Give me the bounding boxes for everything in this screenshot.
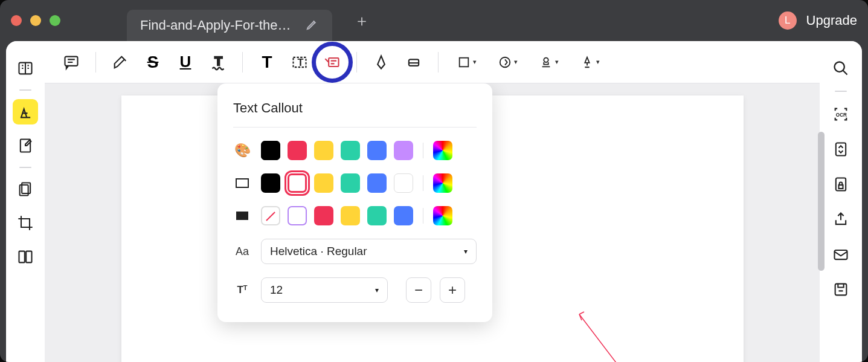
comment-tool[interactable] <box>57 48 86 77</box>
text-color-row: 🎨 <box>233 141 477 160</box>
left-sidebar <box>6 41 45 362</box>
svg-rect-12 <box>460 57 469 66</box>
arrow-tool[interactable]: ▾ <box>489 48 527 77</box>
edit-page-button[interactable] <box>13 133 38 158</box>
custom-color-swatch[interactable] <box>433 206 452 225</box>
font-icon: Aa <box>233 245 251 258</box>
crop-button[interactable] <box>13 210 38 236</box>
eraser-tool[interactable] <box>399 48 428 77</box>
font-select[interactable]: Helvetica · Regular ▾ <box>261 239 477 264</box>
svg-text:T: T <box>214 54 222 68</box>
lock-page-button[interactable] <box>828 172 854 197</box>
color-swatch[interactable] <box>367 141 387 160</box>
color-swatch[interactable] <box>367 173 387 193</box>
squiggle-underline-tool[interactable]: T <box>204 48 233 77</box>
color-swatch[interactable] <box>394 173 413 193</box>
underline-tool[interactable]: U <box>171 48 200 77</box>
document-canvas[interactable]: This is a text callout Text Callout 🎨 <box>45 83 820 362</box>
svg-rect-22 <box>835 250 847 259</box>
increase-size-button[interactable]: + <box>440 277 465 303</box>
annotate-mode-button[interactable] <box>13 99 38 124</box>
shape-tool[interactable]: ▾ <box>448 48 486 77</box>
new-tab-button[interactable]: ＋ <box>354 10 370 31</box>
pages-button[interactable] <box>13 176 38 202</box>
font-size-select[interactable]: 12 ▾ <box>261 277 388 303</box>
color-swatch[interactable] <box>367 206 387 225</box>
palette-icon: 🎨 <box>233 143 251 158</box>
color-swatch[interactable] <box>394 206 413 225</box>
strikethrough-tool[interactable]: S <box>138 48 167 77</box>
color-swatch[interactable] <box>288 141 307 160</box>
svg-rect-16 <box>236 212 248 220</box>
svg-rect-23 <box>835 284 847 296</box>
color-swatch[interactable] <box>341 173 360 193</box>
panel-title: Text Callout <box>233 100 477 116</box>
ocr-button[interactable]: OCR <box>828 102 854 127</box>
svg-point-13 <box>500 57 510 67</box>
compare-button[interactable] <box>13 244 38 270</box>
tab-title: Find-and-Apply-For-the-B… <box>140 18 295 33</box>
svg-point-14 <box>544 57 548 62</box>
svg-point-17 <box>835 62 844 72</box>
annotation-toolbar: S U T T T ▾ ▾ ▾ ▾ <box>45 41 820 83</box>
custom-color-swatch[interactable] <box>433 141 452 160</box>
chevron-down-icon: ▾ <box>464 247 468 256</box>
font-row: Aa Helvetica · Regular ▾ <box>233 239 477 264</box>
text-callout-tool[interactable] <box>318 48 347 77</box>
decrease-size-button[interactable]: − <box>406 277 431 303</box>
color-swatch[interactable] <box>314 141 333 160</box>
color-swatch[interactable] <box>261 173 280 193</box>
share-button[interactable] <box>828 207 854 232</box>
chevron-down-icon: ▾ <box>375 286 379 294</box>
color-swatch[interactable] <box>288 206 307 225</box>
font-size-icon: TT <box>233 284 251 296</box>
right-sidebar: OCR <box>820 41 862 362</box>
svg-text:T: T <box>298 56 304 67</box>
svg-rect-15 <box>236 179 248 187</box>
svg-rect-6 <box>65 56 78 65</box>
color-swatch[interactable] <box>314 173 333 193</box>
color-swatch[interactable] <box>314 206 333 225</box>
border-color-row <box>233 173 477 193</box>
svg-rect-4 <box>19 251 25 263</box>
svg-rect-21 <box>839 185 843 189</box>
color-swatch[interactable] <box>288 173 307 193</box>
svg-text:OCR: OCR <box>836 112 847 118</box>
rename-tab-icon[interactable] <box>306 18 319 34</box>
pen-tool[interactable] <box>367 48 396 77</box>
color-swatch[interactable] <box>261 141 280 160</box>
stamp-tool[interactable]: ▾ <box>530 48 568 77</box>
color-swatch[interactable] <box>261 206 280 225</box>
maximize-window-icon[interactable] <box>50 15 60 26</box>
upgrade-button[interactable]: Upgrade <box>806 13 857 28</box>
color-swatch[interactable] <box>341 141 360 160</box>
window-controls <box>11 15 60 26</box>
text-tool[interactable]: T <box>252 48 281 77</box>
fill-color-row <box>233 206 477 225</box>
reader-mode-button[interactable] <box>13 56 38 81</box>
mail-button[interactable] <box>828 242 854 267</box>
titlebar: Find-and-Apply-For-the-B… ＋ L Upgrade <box>0 0 868 41</box>
highlighter-tool[interactable] <box>106 48 135 77</box>
svg-rect-10 <box>329 58 338 66</box>
svg-rect-5 <box>26 251 31 263</box>
color-swatch[interactable] <box>394 141 413 160</box>
close-window-icon[interactable] <box>11 15 22 26</box>
convert-button[interactable] <box>828 137 854 162</box>
minimize-window-icon[interactable] <box>30 15 41 26</box>
font-size-row: TT 12 ▾ − + <box>233 277 477 303</box>
text-callout-panel: Text Callout 🎨 Aa <box>217 83 492 322</box>
textbox-tool[interactable]: T <box>285 48 314 77</box>
signature-tool[interactable]: ▾ <box>571 48 609 77</box>
avatar[interactable]: L <box>779 11 797 30</box>
color-swatch[interactable] <box>341 206 360 225</box>
svg-rect-19 <box>836 143 846 156</box>
search-button[interactable] <box>828 56 854 81</box>
custom-color-swatch[interactable] <box>433 173 452 193</box>
border-icon <box>233 178 251 189</box>
document-tab[interactable]: Find-and-Apply-For-the-B… <box>127 10 332 41</box>
save-button[interactable] <box>828 277 854 302</box>
fill-icon <box>233 210 251 221</box>
scrollbar[interactable] <box>818 132 825 271</box>
